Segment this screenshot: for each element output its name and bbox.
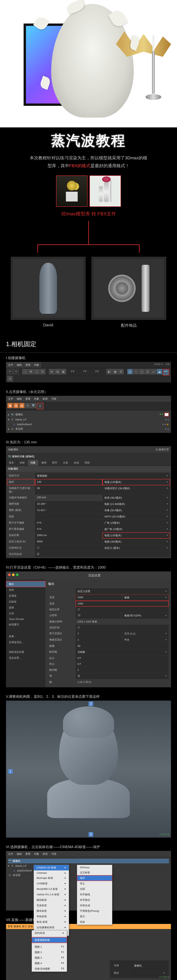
tab-object[interactable]: 对象 — [28, 460, 39, 466]
list-item-save[interactable]: 保存 — [6, 587, 45, 593]
pixel-aspect-dropdown[interactable]: 平方 — [122, 637, 169, 643]
icon[interactable]: ▦ — [7, 403, 13, 408]
focal-input[interactable]: 135 — [35, 479, 102, 485]
preset-dropdown[interactable]: 自定义 (毫米) — [103, 545, 170, 551]
target-input[interactable]: 2000 cm — [35, 533, 102, 538]
menu-toggle-view[interactable]: 切换活动视图F5 — [32, 966, 67, 972]
redo-icon[interactable]: ↷ — [13, 369, 19, 374]
list-item-aa[interactable]: 抗锯齿 — [6, 599, 45, 605]
expand-icon[interactable]: ▸ — [8, 428, 10, 430]
menu-view4[interactable]: 视图 4F4 — [32, 961, 67, 966]
render-region-icon[interactable]: ▣ — [112, 369, 118, 374]
menu-bookmarks[interactable]: 书签 — [51, 397, 56, 401]
expand-icon[interactable]: ▾ — [8, 418, 10, 421]
minimize-icon[interactable] — [12, 573, 14, 576]
ctx-mograph[interactable]: MoGraph 标签 — [34, 875, 69, 881]
menu-file[interactable]: 文件 — [8, 852, 13, 856]
expand-icon[interactable]: ▸ — [8, 413, 10, 416]
region-checkbox[interactable]: ☐ — [76, 625, 169, 630]
name-input[interactable]: 摄像机 — [132, 963, 167, 969]
lock-checkbox[interactable]: ☐ — [76, 607, 169, 612]
res-input[interactable]: 72 — [76, 613, 122, 619]
menu-view2[interactable]: 视图 2F2 — [32, 950, 67, 955]
layer-dropdown[interactable] — [132, 970, 167, 976]
visibility-icon[interactable]: ● — [162, 423, 164, 426]
ctx-sun[interactable]: 太阳 — [77, 886, 112, 892]
tree-item-null[interactable]: ▸ ⊡ 多边形 ●● — [8, 426, 169, 431]
menu-view[interactable]: 查看 — [26, 852, 31, 856]
tree-item-camera[interactable]: ▸ 📷 摄像机 ● ● — [8, 412, 169, 417]
deformer-icon[interactable]: ▱ — [151, 369, 156, 374]
menu-view1[interactable]: 视图 1F1 — [32, 944, 67, 950]
preset-dropdown[interactable]: 广角 (25毫米) — [103, 520, 170, 526]
icon[interactable]: ▥ — [19, 403, 24, 408]
list-item-tr[interactable]: Team Render — [6, 616, 45, 622]
fov-h-input[interactable]: 15.189 ° — [35, 501, 102, 507]
preset-dropdown[interactable]: 电影 (21.946毫米) — [103, 501, 170, 507]
rotate-icon[interactable]: ⟳ — [40, 369, 45, 374]
effects-button[interactable]: 效果… — [6, 633, 45, 640]
list-item-mat[interactable]: 材质覆写 — [6, 622, 45, 628]
ctx-target[interactable]: 目标 — [77, 919, 112, 925]
light-icon[interactable]: ☀ — [7, 376, 13, 382]
tree-item-camera[interactable]: 📷 摄像机 — [8, 859, 169, 863]
tab-composite[interactable]: 合成 — [71, 460, 82, 466]
preset-dropdown[interactable]: 自定义设置 — [76, 589, 169, 594]
list-item-my[interactable]: 我的渲染设置 — [6, 649, 45, 655]
expand-icon[interactable]: ▾ — [8, 864, 10, 867]
menu-object[interactable]: 对象 — [34, 363, 39, 367]
tool-icon[interactable]: ◧ — [61, 369, 66, 374]
tree-item-polysurface[interactable]: △ polySurface1 ●●◐ — [12, 422, 169, 426]
cube-icon[interactable]: ◻ — [127, 369, 133, 374]
array-icon[interactable]: ⊡ — [145, 369, 150, 374]
height-input[interactable]: 1000 — [76, 601, 169, 606]
ctx-script[interactable]: 脚本标签 — [34, 908, 69, 914]
menu-view3[interactable]: 视图 3F3 — [32, 955, 67, 961]
projection-dropdown[interactable]: 透视视图 — [35, 473, 170, 479]
menu-view[interactable]: 查看 — [26, 363, 31, 367]
menu-edit[interactable]: 编辑 — [17, 363, 22, 367]
menu-object[interactable]: 对象 — [34, 852, 39, 856]
spline-icon[interactable]: 〰 — [133, 369, 138, 374]
visibility-icon[interactable]: ● — [165, 418, 167, 421]
ctx-vp[interactable]: Vlahdo Pro 2.6 标签 — [34, 892, 69, 897]
viewport-preview[interactable]: 1 2 3 PS 爱好者 — [6, 700, 171, 838]
ctx-protect[interactable]: 保护 — [77, 875, 112, 881]
render-vis-icon[interactable]: ● — [162, 412, 163, 417]
render-vis-icon[interactable]: ● — [164, 423, 166, 426]
tab-coord[interactable]: 坐标 — [17, 460, 28, 466]
tab-basic[interactable]: 基本 — [6, 460, 17, 466]
ctx-sketch[interactable]: 草绘标签 — [34, 914, 69, 919]
kelvin-input[interactable]: 6500 — [35, 539, 102, 545]
step-input[interactable]: 1 — [76, 667, 169, 673]
ctx-c4d-tags[interactable]: CINEMA 4D 标签 — [34, 865, 69, 870]
ctx-interact[interactable]: 交互标签 — [77, 870, 112, 875]
ctx-xpresso[interactable]: XPresso — [77, 865, 112, 870]
close-icon[interactable] — [8, 573, 11, 576]
menu-object[interactable]: 对象 — [34, 397, 39, 401]
activate-camera-icon[interactable] — [165, 413, 168, 416]
visibility-icon[interactable]: ● — [159, 412, 161, 417]
coord-x[interactable]: X 0 — [67, 369, 79, 375]
tab-detail[interactable]: 细节 — [49, 460, 60, 466]
ctx-flat[interactable]: 平滑着色(Phong) — [77, 908, 112, 914]
select-icon[interactable]: ⬚ — [22, 369, 28, 374]
coord-y[interactable]: Y 0 — [79, 369, 91, 375]
list-item-option[interactable]: 选项 — [6, 605, 45, 611]
pixel-aspect-input[interactable]: 1 — [76, 637, 122, 643]
ctx-ext[interactable]: 外部合成 — [77, 903, 112, 908]
tool-icon[interactable]: ⊞ — [55, 369, 60, 374]
fps-input[interactable]: 30 — [76, 643, 169, 649]
zoom-input[interactable] — [35, 514, 102, 520]
render-vis-icon[interactable]: ● — [167, 418, 169, 421]
render-settings-button[interactable]: 渲染设置… — [6, 655, 45, 661]
fov-v-input[interactable]: 11.421 ° — [35, 508, 102, 513]
menu-layout[interactable]: 排列布局 — [32, 931, 67, 936]
menu-new-view[interactable]: 新建视图面板 — [32, 937, 67, 943]
menu-tags[interactable]: 标签 — [43, 397, 48, 401]
list-item-output[interactable]: 输出 — [6, 581, 45, 587]
tab-stereo[interactable]: 立体 — [60, 460, 71, 466]
environment-icon[interactable]: ☁ — [157, 369, 162, 374]
width-input[interactable]: 1000 — [76, 595, 122, 601]
ctx-motion[interactable]: 角色 标签 — [34, 919, 69, 925]
